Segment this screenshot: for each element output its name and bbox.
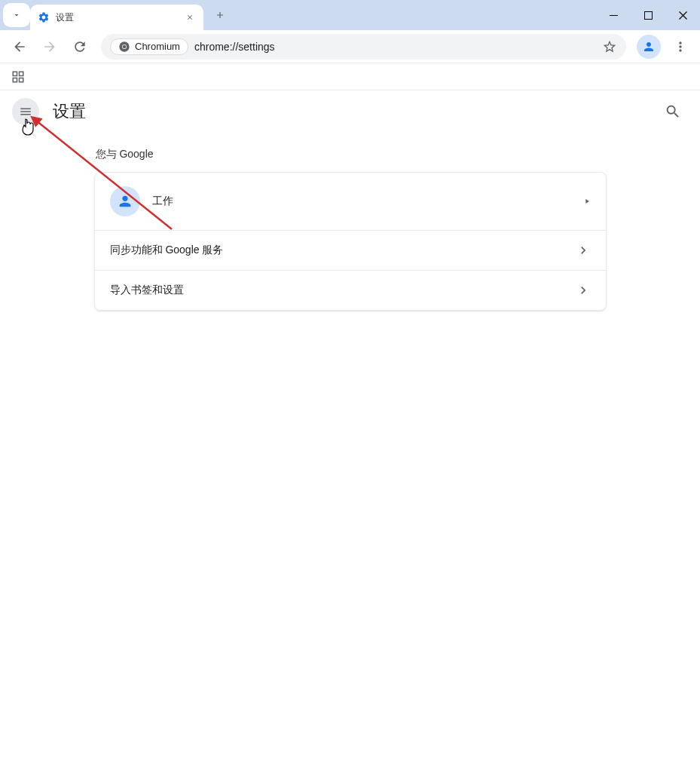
- tab-close-button[interactable]: [184, 11, 196, 23]
- tab-search-button[interactable]: [3, 3, 30, 27]
- more-vert-icon: [673, 39, 688, 54]
- maximize-button[interactable]: [631, 0, 665, 30]
- reload-icon: [72, 39, 87, 54]
- import-row[interactable]: 导入书签和设置: [95, 271, 606, 310]
- gear-icon: [38, 11, 50, 23]
- arrow-right-icon: [42, 39, 57, 54]
- svg-rect-5: [13, 72, 17, 75]
- section-title: 您与 Google: [94, 148, 607, 161]
- sync-row[interactable]: 同步功能和 Google 服务: [95, 231, 606, 271]
- hamburger-icon: [19, 105, 32, 118]
- settings-menu-button[interactable]: [12, 98, 39, 125]
- svg-rect-1: [644, 11, 652, 19]
- apps-grid-icon: [11, 70, 25, 84]
- window-controls: [596, 0, 700, 30]
- minimize-icon: [610, 11, 618, 20]
- row-label: 工作: [152, 195, 571, 208]
- row-label: 同步功能和 Google 服务: [110, 244, 564, 257]
- address-bar[interactable]: Chromium chrome://settings: [101, 34, 626, 60]
- search-icon: [665, 103, 681, 120]
- chevron-right-icon: [576, 283, 591, 298]
- browser-toolbar: Chromium chrome://settings: [0, 30, 700, 63]
- profile-avatar: [110, 186, 140, 216]
- svg-point-4: [123, 44, 127, 48]
- arrow-right-small-icon: [583, 198, 591, 205]
- profile-button[interactable]: [637, 35, 661, 59]
- browser-menu-button[interactable]: [667, 33, 694, 60]
- new-tab-button[interactable]: [209, 5, 231, 26]
- bookmark-star-button[interactable]: [602, 39, 617, 54]
- svg-rect-8: [20, 78, 23, 81]
- close-window-button[interactable]: [665, 0, 700, 30]
- settings-content: 您与 Google 工作 同步功能和 Google 服务 导入书签和设置: [0, 133, 700, 326]
- close-icon: [679, 11, 687, 20]
- apps-button[interactable]: [8, 66, 29, 87]
- window-titlebar: 设置: [0, 0, 700, 30]
- chevron-right-icon: [576, 243, 591, 258]
- site-info-chip[interactable]: Chromium: [110, 38, 188, 55]
- reload-button[interactable]: [66, 33, 93, 60]
- tab-title: 设置: [56, 11, 178, 24]
- svg-rect-0: [610, 15, 618, 16]
- person-icon: [642, 40, 656, 54]
- minimize-button[interactable]: [596, 0, 631, 30]
- profile-row[interactable]: 工作: [95, 173, 606, 231]
- svg-rect-6: [20, 72, 23, 75]
- close-icon: [186, 14, 194, 21]
- star-icon: [602, 39, 617, 54]
- back-button[interactable]: [6, 33, 33, 60]
- site-info-label: Chromium: [135, 41, 180, 52]
- settings-header: 设置: [0, 90, 700, 133]
- chevron-down-icon: [12, 11, 21, 20]
- plus-icon: [215, 10, 225, 20]
- person-icon: [117, 193, 133, 210]
- maximize-icon: [644, 11, 653, 20]
- settings-search-button[interactable]: [658, 97, 688, 127]
- settings-title: 设置: [53, 100, 644, 123]
- forward-button[interactable]: [36, 33, 63, 60]
- browser-tab[interactable]: 设置: [30, 5, 203, 30]
- arrow-left-icon: [12, 39, 27, 54]
- url-text: chrome://settings: [194, 41, 596, 53]
- svg-rect-7: [13, 78, 17, 81]
- chromium-icon: [118, 41, 130, 53]
- settings-card: 工作 同步功能和 Google 服务 导入书签和设置: [94, 172, 607, 311]
- row-label: 导入书签和设置: [110, 283, 564, 297]
- bookmarks-bar: [0, 63, 700, 90]
